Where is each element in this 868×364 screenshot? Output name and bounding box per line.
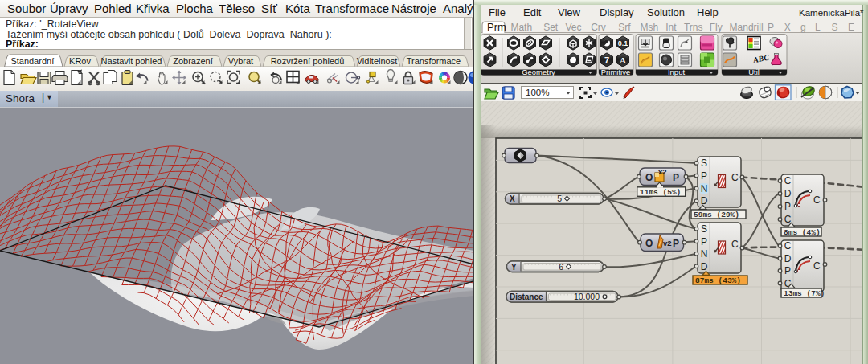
svg-text:N: N <box>701 183 708 194</box>
svg-text:5: 5 <box>557 194 562 203</box>
svg-text:Nastavit pohled: Nastavit pohled <box>101 56 162 66</box>
svg-text:C: C <box>813 260 821 272</box>
svg-text:P: P <box>768 22 774 33</box>
svg-text:C: C <box>784 240 792 252</box>
svg-text:D: D <box>701 261 708 272</box>
svg-text:Geometry: Geometry <box>522 67 555 76</box>
svg-text:P: P <box>673 172 679 183</box>
svg-text:87ms (43%): 87ms (43%) <box>695 276 741 285</box>
svg-text:Zobrazení: Zobrazení <box>173 56 213 66</box>
svg-text:Int: Int <box>665 22 677 33</box>
svg-text:0.1: 0.1 <box>618 39 628 47</box>
svg-text:S: S <box>701 157 707 169</box>
svg-text:6: 6 <box>559 262 563 272</box>
svg-text:59ms (29%): 59ms (29%) <box>694 211 739 219</box>
svg-text:Transformace: Transformace <box>407 56 461 66</box>
svg-text:P: P <box>701 170 707 182</box>
svg-text:Input: Input <box>668 67 685 76</box>
svg-text:C: C <box>813 194 821 206</box>
svg-text:Trns: Trns <box>684 22 703 33</box>
svg-text:g: g <box>800 22 806 33</box>
svg-text:Distance: Distance <box>510 292 543 301</box>
svg-text:8ms (4%): 8ms (4%) <box>784 228 821 237</box>
svg-text:D: D <box>784 253 792 264</box>
svg-text:Math: Math <box>510 22 532 33</box>
svg-text:P: P <box>673 238 679 249</box>
svg-text:Y: Y <box>511 263 517 272</box>
svg-text:C: C <box>731 172 739 183</box>
svg-text:A: A <box>620 55 626 65</box>
svg-text:P: P <box>701 236 707 247</box>
svg-text:X: X <box>784 22 791 33</box>
svg-text:D: D <box>701 195 708 207</box>
svg-text:100%: 100% <box>526 88 549 97</box>
svg-text:Srf: Srf <box>618 22 631 33</box>
svg-text:Standardní: Standardní <box>10 56 54 66</box>
svg-text:P: P <box>784 265 791 276</box>
svg-text:X: X <box>510 194 515 203</box>
svg-text:Msh: Msh <box>640 22 658 33</box>
svg-text:O: O <box>645 238 653 249</box>
svg-text:Viditelnost: Viditelnost <box>357 56 398 66</box>
svg-text:Vec: Vec <box>565 22 581 33</box>
svg-text:E: E <box>848 22 854 33</box>
svg-text:v2: v2 <box>663 239 672 247</box>
svg-text:N: N <box>701 248 708 260</box>
svg-text:O: O <box>645 172 653 183</box>
svg-text:Rozvržení pohledů: Rozvržení pohledů <box>271 56 345 66</box>
svg-text:Util: Util <box>748 67 760 76</box>
svg-text:C: C <box>784 175 792 186</box>
svg-text:Fly: Fly <box>710 22 723 33</box>
svg-text:Vybrat: Vybrat <box>228 56 253 66</box>
svg-text:x2: x2 <box>658 167 667 176</box>
svg-text:C: C <box>731 239 739 250</box>
svg-text:Set: Set <box>543 22 559 33</box>
svg-text:S: S <box>701 223 707 235</box>
svg-text:Mandrill: Mandrill <box>730 22 764 33</box>
svg-text:KRov: KRov <box>69 56 91 66</box>
svg-text:L: L <box>815 22 821 33</box>
svg-text:13ms (7%): 13ms (7%) <box>784 289 825 298</box>
svg-text:Prm: Prm <box>487 21 506 33</box>
svg-text:7: 7 <box>604 55 609 65</box>
svg-text:Crv: Crv <box>591 22 606 33</box>
svg-text:11ms (5%): 11ms (5%) <box>640 188 681 197</box>
svg-text:D: D <box>784 188 792 199</box>
svg-text:P: P <box>784 201 791 212</box>
svg-text:10.000: 10.000 <box>574 292 600 301</box>
svg-text:S: S <box>832 22 838 33</box>
